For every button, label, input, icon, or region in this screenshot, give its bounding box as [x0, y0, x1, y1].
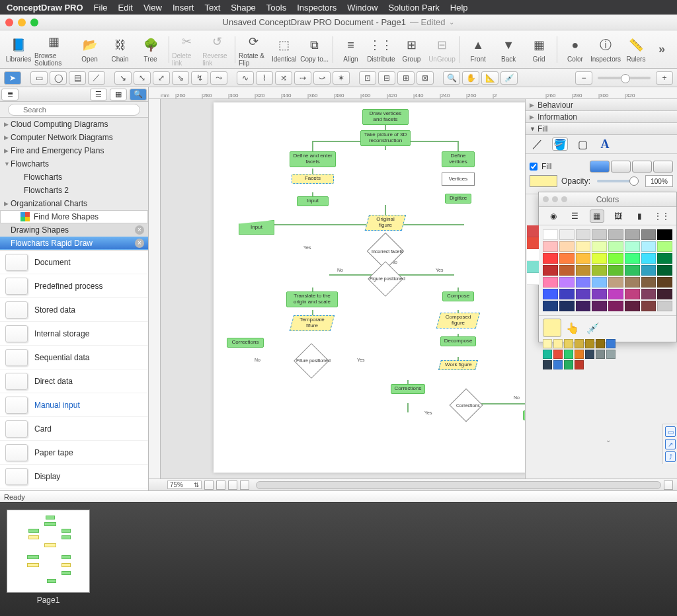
color-swatch[interactable] — [543, 253, 558, 264]
drawing-canvas[interactable]: Yes No No Yes Yes No Yes No Draw vertice… — [161, 99, 677, 479]
toolbar-rotate-flip[interactable]: ⟳Rotate & Flip — [239, 32, 268, 67]
color-swatch[interactable] — [576, 229, 591, 240]
edit-points-tool-1[interactable]: ⊡ — [359, 71, 376, 85]
fill-gradient-button[interactable] — [611, 161, 631, 173]
quick-arrow[interactable]: ↗ — [665, 439, 676, 449]
menu-insert[interactable]: Insert — [173, 3, 194, 13]
color-swatch[interactable] — [576, 241, 591, 252]
custom-color-swatch[interactable] — [575, 360, 584, 369]
custom-color-swatch[interactable] — [596, 339, 605, 348]
color-swatch[interactable] — [625, 253, 640, 264]
color-swatch[interactable] — [657, 229, 672, 240]
node-digitize[interactable]: Digitize — [445, 194, 471, 204]
color-swatch[interactable] — [641, 301, 657, 311]
color-swatch[interactable] — [657, 265, 672, 276]
eyedropper-tool[interactable]: 💉 — [500, 71, 518, 85]
inspector-section-behaviour[interactable]: ▶Behaviour — [526, 99, 677, 111]
custom-color-swatch[interactable] — [564, 339, 573, 348]
toolbar-inspectors[interactable]: ⓘInspectors — [591, 32, 620, 67]
panel-view-toggle[interactable]: ≣ — [1, 89, 19, 100]
custom-color-swatch[interactable] — [564, 360, 573, 369]
cp-tab-palette[interactable]: ▦ — [590, 210, 604, 223]
fill-color-swatch[interactable] — [530, 175, 557, 187]
fill-pattern-button[interactable] — [632, 161, 652, 173]
shape-paper-tape[interactable]: Paper tape — [0, 441, 148, 465]
custom-color-swatch[interactable] — [606, 339, 616, 348]
eyedropper-tool-icon[interactable]: 💉 — [586, 322, 600, 334]
shape-document[interactable]: Document — [0, 250, 148, 274]
library-search-input[interactable] — [8, 104, 140, 116]
opacity-value[interactable]: 100% — [645, 175, 673, 187]
fill-image-button[interactable] — [653, 161, 673, 173]
node-fifure-positioned[interactable]: Fifure positioned — [294, 348, 329, 373]
toolbar-overflow-button[interactable]: » — [652, 42, 673, 56]
tree-organizational-charts[interactable]: ▶Organizational Charts — [0, 197, 148, 210]
recent-color[interactable] — [527, 249, 539, 261]
inspector-tab-shadow[interactable]: ▢ — [575, 137, 590, 151]
connector-tool-4[interactable]: ⇘ — [172, 71, 189, 85]
shape-sequential-data[interactable]: Sequential data — [0, 346, 148, 369]
title-dropdown-icon[interactable]: ⌄ — [449, 19, 454, 26]
tree-flowcharts-2[interactable]: Flowcharts 2 — [0, 184, 148, 197]
color-swatch[interactable] — [608, 229, 623, 240]
toolbar-copy-to-[interactable]: ⧉Copy to... — [300, 32, 329, 67]
color-swatch[interactable] — [559, 241, 575, 252]
color-swatch[interactable] — [625, 277, 640, 288]
zoom-slider[interactable] — [598, 77, 651, 79]
connector-tool-5[interactable]: ↯ — [191, 71, 208, 85]
path-tool-6[interactable]: ✶ — [333, 71, 350, 85]
color-swatch[interactable] — [641, 277, 657, 288]
color-swatch[interactable] — [592, 301, 607, 311]
color-swatch[interactable] — [559, 289, 575, 299]
page-thumbnail-1[interactable]: Page1 — [7, 510, 90, 609]
connector-tool-3[interactable]: ⤢ — [153, 71, 170, 85]
toolbar-chain[interactable]: ⛓Chain — [106, 32, 135, 67]
recent-color[interactable] — [527, 273, 539, 285]
custom-color-swatch[interactable] — [564, 350, 573, 359]
page-nav-next[interactable] — [228, 481, 237, 490]
close-window-button[interactable] — [5, 19, 13, 26]
menu-help[interactable]: Help — [450, 3, 468, 13]
horizontal-scrollbar[interactable] — [256, 481, 661, 489]
connector-tool-1[interactable]: ↘ — [114, 71, 132, 85]
color-swatch[interactable] — [657, 277, 672, 288]
color-swatch[interactable] — [608, 253, 623, 264]
dropdown-indicator-icon[interactable]: ⌄ — [606, 436, 611, 443]
fit-page-button[interactable] — [664, 481, 673, 490]
node-facets[interactable]: Facets — [292, 174, 334, 184]
toolbar-identical[interactable]: ⬚Identical — [270, 32, 299, 67]
node-corrections-1[interactable]: Corrections — [227, 338, 264, 348]
color-swatch[interactable] — [641, 253, 657, 264]
color-swatch[interactable] — [576, 253, 591, 264]
color-swatch[interactable] — [625, 229, 640, 240]
node-temporale[interactable]: Temporale fifure — [290, 315, 335, 331]
node-composed-figure[interactable]: Composed figure — [436, 313, 480, 328]
color-swatch[interactable] — [657, 241, 672, 252]
custom-color-swatch[interactable] — [553, 339, 563, 348]
cp-tab-wheel[interactable]: ◉ — [546, 210, 561, 223]
menu-text[interactable]: Text — [204, 3, 220, 13]
ellipse-tool[interactable]: ◯ — [50, 71, 67, 85]
minimize-window-button[interactable] — [18, 19, 26, 26]
color-swatch[interactable] — [592, 253, 607, 264]
color-swatch[interactable] — [608, 265, 623, 276]
custom-color-swatch[interactable] — [543, 360, 552, 369]
connector-tool-6[interactable]: ⤳ — [210, 71, 227, 85]
node-define-enter-facets[interactable]: Define and enter facets — [290, 151, 336, 167]
color-swatch[interactable] — [657, 301, 672, 311]
tree-drawing-shapes[interactable]: Drawing Shapes× — [0, 223, 148, 237]
color-swatch[interactable] — [559, 265, 575, 276]
custom-color-swatch[interactable] — [596, 350, 605, 359]
color-swatch[interactable] — [576, 301, 591, 311]
node-take-picture[interactable]: Take picture of 3D reconstruction — [360, 130, 411, 146]
color-swatch[interactable] — [657, 289, 672, 299]
node-compose[interactable]: Compose — [442, 291, 474, 301]
toolbar-tree[interactable]: 🌳Tree — [136, 32, 165, 67]
color-swatch[interactable] — [641, 265, 657, 276]
color-swatch[interactable] — [559, 301, 575, 311]
path-tool-3[interactable]: ⤨ — [275, 71, 292, 85]
line-tool[interactable]: ／ — [88, 71, 105, 85]
toolbar-group[interactable]: ⊞Group — [397, 32, 426, 67]
custom-color-swatch[interactable] — [543, 350, 552, 359]
inspector-section-information[interactable]: ▶Information — [526, 111, 677, 123]
